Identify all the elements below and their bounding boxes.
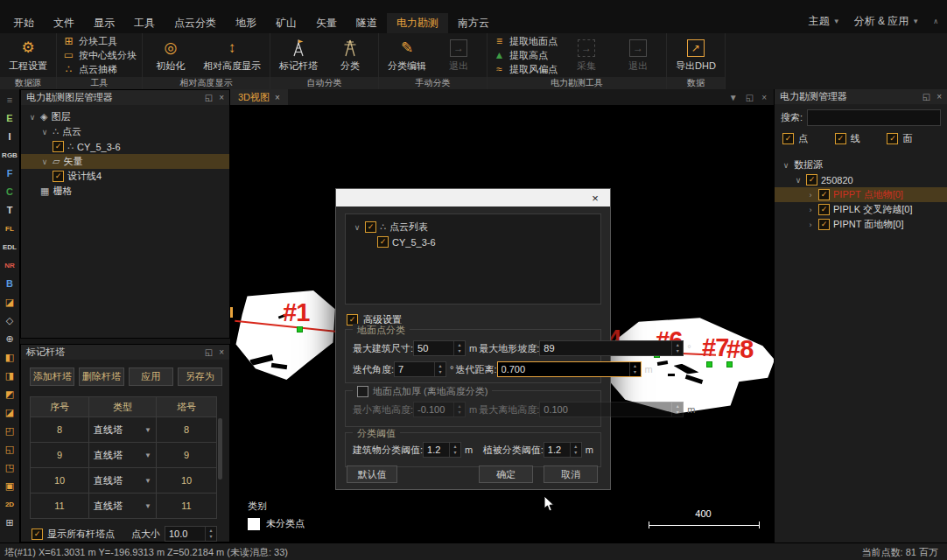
table-scrollbar[interactable] [218, 418, 222, 480]
iteration-angle-stepper[interactable]: ▴▾ [394, 361, 446, 377]
close-panel-icon[interactable]: × [219, 347, 224, 357]
analysis-app-menu[interactable]: 分析 & 应用 ▼ [854, 14, 920, 29]
building-threshold-input[interactable] [424, 443, 449, 457]
intensity-icon[interactable]: I [1, 128, 18, 145]
checkbox-checked[interactable]: ✓ [835, 133, 846, 144]
edl-icon[interactable]: EDL [1, 238, 18, 256]
search-input[interactable] [807, 109, 941, 126]
checkbox-checked[interactable]: ✓ [377, 236, 389, 248]
checkbox-checked[interactable]: ✓ [806, 174, 817, 186]
normal-render-icon[interactable]: NR [1, 256, 18, 274]
classification-icon[interactable]: C [1, 183, 18, 200]
filter-areas[interactable]: ✓ 面 [887, 132, 939, 145]
menu-item-7[interactable]: 矢量 [306, 13, 347, 33]
menu-item-5[interactable]: 地形 [226, 13, 266, 33]
close-panel-icon[interactable]: × [936, 92, 942, 102]
iteration-angle-input[interactable] [395, 362, 434, 376]
add-tower-button[interactable]: 添加杆塔 [30, 368, 74, 386]
project-settings-button[interactable]: ⚙ 工程设置 [4, 35, 53, 75]
point-size-stepper[interactable]: ▴▾ [165, 526, 217, 542]
ok-button[interactable]: 确定 [479, 466, 533, 483]
cancel-button[interactable]: 取消 [544, 466, 598, 483]
max-building-size-stepper[interactable]: ▴▾ [413, 340, 466, 356]
max-terrain-slope-input[interactable] [540, 341, 671, 355]
grip-icon[interactable]: ≡ [1, 91, 18, 108]
split-by-centerline-button[interactable]: ▭ 按中心线分块 [62, 49, 137, 62]
relative-height-display-button[interactable]: ↕ 相对高度显示 [198, 35, 266, 75]
max-building-size-input[interactable] [414, 341, 453, 355]
checkbox-checked[interactable]: ✓ [32, 528, 43, 540]
tower-table-row-1[interactable]: 9直线塔▼9 [31, 442, 216, 467]
extract-wind-offset-points-button[interactable]: ≈ 提取风偏点 [493, 63, 558, 76]
type-dropdown[interactable]: 直线塔▼ [88, 494, 157, 518]
full-extent-icon[interactable]: ▣ [1, 477, 18, 494]
type-dropdown[interactable]: 直线塔▼ [88, 468, 157, 493]
tree-item-pointcloud-list[interactable]: ∨ ✓ ∴ 点云列表 [346, 220, 600, 234]
tree-item-design-line[interactable]: ✓ 设计线4 [21, 169, 229, 184]
view-cube-top-icon[interactable]: ◰ [1, 422, 18, 439]
checkbox-checked[interactable]: ✓ [818, 189, 830, 200]
point-size-input[interactable] [165, 527, 205, 541]
filter-lines[interactable]: ✓ 线 [835, 132, 887, 145]
menu-item-0[interactable]: 开始 [4, 13, 44, 33]
blend-icon[interactable]: B [1, 275, 18, 292]
exit-edit-button[interactable]: → 退出 [434, 35, 483, 75]
thin-pointcloud-button[interactable]: ∴ 点云抽稀 [62, 63, 137, 76]
float-panel-icon[interactable]: ◱ [205, 93, 213, 102]
menu-item-1[interactable]: 文件 [44, 13, 84, 33]
export-dhd-button[interactable]: ↗ 导出DHD [670, 35, 721, 75]
tree-item-vector[interactable]: ∨ ▱ 矢量 [21, 154, 229, 169]
iteration-distance-input[interactable] [498, 362, 629, 376]
float-panel-icon[interactable]: ◱ [205, 347, 213, 357]
tree-item-datasource[interactable]: ∨ 数据源 [775, 158, 947, 172]
default-values-button[interactable]: 默认值 [347, 466, 397, 483]
save-as-button[interactable]: 另存为 [178, 368, 222, 386]
apply-button[interactable]: 应用 [129, 368, 173, 386]
theme-menu[interactable]: 主题 ▼ [809, 14, 840, 29]
float-panel-icon[interactable]: ◱ [922, 92, 930, 102]
block-tool-button[interactable]: ⊞ 分块工具 [62, 35, 137, 48]
checkbox-checked[interactable]: ✓ [53, 141, 64, 152]
mark-towers-button[interactable]: 标记杆塔 [274, 35, 323, 75]
delete-tower-button[interactable]: 删除杆塔 [79, 368, 123, 386]
checkbox-checked[interactable]: ✓ [782, 133, 794, 144]
tree-item-pointcloud[interactable]: ∨ ∴ 点云 [21, 124, 229, 139]
classify-button[interactable]: 分类 [326, 35, 375, 75]
type-dropdown[interactable]: 直线塔▼ [88, 443, 157, 467]
close-panel-icon[interactable]: × [219, 93, 224, 102]
tower-table-row-3[interactable]: 11直线塔▼11 [31, 493, 216, 518]
tab-close-icon[interactable]: × [275, 93, 280, 102]
tree-item-pipnt[interactable]: › ✓ PIPNT 面地物[0] [775, 217, 947, 232]
menu-item-6[interactable]: 矿山 [266, 13, 306, 33]
pan-icon[interactable]: ⊕ [1, 330, 18, 347]
building-threshold-stepper[interactable]: ▴▾ [423, 442, 461, 458]
tree-item-raster[interactable]: ▦ 栅格 [21, 184, 229, 199]
menu-item-4[interactable]: 点云分类 [165, 13, 226, 33]
tower-table-row-0[interactable]: 8直线塔▼8 [31, 416, 216, 442]
checkbox-checked[interactable]: ✓ [365, 221, 376, 233]
initialize-button[interactable]: ◎ 初始化 [146, 35, 195, 75]
menu-item-2[interactable]: 显示 [84, 13, 124, 33]
classify-edit-button[interactable]: ✎ 分类编辑 [382, 35, 431, 75]
close-view-icon[interactable]: × [761, 93, 767, 102]
gps-time-icon[interactable]: T [1, 201, 18, 219]
dialog-titlebar[interactable]: × [336, 189, 610, 206]
checkbox-unchecked[interactable] [357, 386, 368, 397]
view-cube-left-icon[interactable]: ◩ [1, 385, 18, 402]
flight-line-icon[interactable]: F [1, 164, 18, 182]
float-view-icon[interactable]: ◱ [746, 93, 754, 102]
polygon-select-icon[interactable]: ◇ [1, 312, 18, 329]
checkbox-checked[interactable]: ✓ [818, 204, 830, 215]
tree-item-piplk[interactable]: › ✓ PIPLK 交叉跨越[0] [775, 202, 947, 217]
tree-item-layers[interactable]: ∨ ◈ 图层 [21, 109, 229, 124]
add-viewport-icon[interactable]: ⊞ [1, 514, 18, 531]
collect-button[interactable]: → 采集 [562, 35, 611, 75]
view-cube-front-icon[interactable]: ◧ [1, 348, 18, 366]
clip-box-icon[interactable]: ◪ [1, 293, 18, 311]
view-cube-back-icon[interactable]: ◨ [1, 367, 18, 384]
vegetation-threshold-input[interactable] [544, 443, 570, 457]
ribbon-collapse-button[interactable]: ∧ [933, 18, 938, 25]
tab-list-icon[interactable]: ▼ [729, 93, 738, 102]
type-dropdown[interactable]: 直线塔▼ [88, 417, 157, 442]
dialog-close-icon[interactable]: × [580, 189, 610, 206]
